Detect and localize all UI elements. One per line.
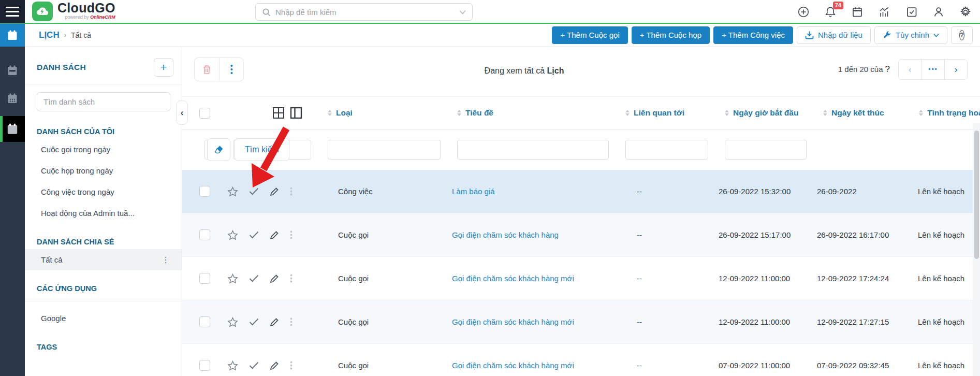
- cell-related: --: [616, 361, 715, 370]
- row-checkbox[interactable]: [199, 229, 210, 240]
- table-row[interactable]: Công việc Làm báo giá -- 26-09-2022 15:3…: [182, 170, 980, 213]
- breadcrumb-module[interactable]: LỊCH: [39, 30, 60, 40]
- customize-button[interactable]: Tùy chỉnh: [874, 26, 947, 44]
- chevron-down-icon: [933, 33, 939, 37]
- notifications-bell-icon[interactable]: 74: [824, 6, 837, 18]
- column-header-6[interactable]: Tình trạng hoà: [910, 108, 980, 118]
- table-row[interactable]: Cuộc gọi Gọi điện chăm sóc khách hàng --…: [182, 213, 980, 257]
- complete-check-icon[interactable]: [249, 361, 259, 369]
- cell-title-link[interactable]: Gọi điện chăm sóc khách hàng mới: [448, 361, 616, 370]
- page-more-button[interactable]: •••: [922, 60, 944, 79]
- row-checkbox[interactable]: [199, 316, 210, 327]
- select-all-checkbox[interactable]: [199, 108, 210, 119]
- quick-create-icon[interactable]: [797, 6, 810, 18]
- cell-status: Lên kế hoạch: [910, 274, 980, 283]
- clear-filters-button[interactable]: [207, 138, 230, 161]
- prev-page-button[interactable]: ‹: [899, 60, 922, 79]
- edit-pencil-icon[interactable]: [270, 361, 279, 370]
- edit-pencil-icon[interactable]: [270, 187, 279, 196]
- column-view-icon[interactable]: [289, 106, 303, 120]
- complete-check-icon[interactable]: [249, 231, 259, 239]
- powered-brand: OnlineCRM: [90, 15, 115, 20]
- complete-check-icon[interactable]: [249, 187, 259, 195]
- cell-title-link[interactable]: Làm báo giá: [448, 187, 616, 196]
- pagination-total: ?: [885, 64, 890, 74]
- sidebar-item[interactable]: Hoạt động của Admin tuầ...: [25, 203, 182, 224]
- sidebar-item[interactable]: Cuộc họp trong ngày: [25, 160, 182, 181]
- cell-status: Lên kế hoạch: [910, 317, 980, 326]
- add-task-button[interactable]: + Thêm Công việc: [713, 26, 793, 44]
- sidebar-item[interactable]: Công việc trong ngày: [25, 181, 182, 203]
- cell-type: Cuộc gọi: [318, 317, 448, 326]
- search-filter-button[interactable]: Tìm kiếm: [235, 138, 289, 161]
- column-header-3[interactable]: Liên quan tới: [616, 108, 715, 118]
- list-kebab-icon[interactable]: ⋮: [162, 257, 170, 263]
- column-header-4[interactable]: Ngày giờ bắt đầu: [715, 108, 814, 118]
- scrollbar-thumb[interactable]: [974, 131, 979, 259]
- filter-input-6[interactable]: [725, 140, 807, 160]
- rail-activity-list-icon[interactable]: [0, 116, 25, 142]
- grid-view-icon[interactable]: [272, 106, 285, 120]
- complete-check-icon[interactable]: [249, 274, 259, 282]
- sidebar-item[interactable]: Tất cả⋮: [25, 249, 182, 270]
- topbar-icon-row: 74: [797, 0, 972, 24]
- add-call-button[interactable]: + Thêm Cuộc gọi: [552, 26, 627, 44]
- user-icon[interactable]: [932, 6, 945, 18]
- sidebar-section-heading: CÁC ỨNG DỤNG: [25, 270, 182, 296]
- sort-icon: [823, 110, 827, 116]
- next-page-button[interactable]: ›: [944, 60, 967, 79]
- filter-input-4[interactable]: [457, 140, 609, 160]
- star-icon[interactable]: [227, 186, 238, 197]
- column-header-1[interactable]: Loại: [318, 108, 448, 118]
- table-row[interactable]: Cuộc gọi Gọi điện chăm sóc khách hàng mớ…: [182, 344, 980, 376]
- column-header-5[interactable]: Ngày kết thúc: [814, 108, 910, 118]
- hamburger-menu-icon[interactable]: [0, 0, 25, 23]
- row-kebab-icon[interactable]: [290, 361, 292, 370]
- filter-input-5[interactable]: [625, 140, 708, 160]
- sidebar-item[interactable]: Google: [25, 308, 182, 329]
- cell-title-link[interactable]: Gọi điện chăm sóc khách hàng: [448, 230, 616, 239]
- cell-title-link[interactable]: Gọi điện chăm sóc khách hàng mới: [448, 317, 616, 326]
- add-list-button[interactable]: +: [154, 58, 173, 77]
- table-row[interactable]: Cuộc gọi Gọi điện chăm sóc khách hàng mớ…: [182, 257, 980, 300]
- edit-pencil-icon[interactable]: [270, 230, 279, 240]
- global-search-input[interactable]: [275, 8, 455, 17]
- add-meeting-button[interactable]: + Thêm Cuộc họp: [632, 26, 710, 44]
- row-kebab-icon[interactable]: [290, 230, 292, 239]
- edit-pencil-icon[interactable]: [270, 317, 279, 327]
- cell-status: Lên kế hoạch: [910, 361, 980, 370]
- rail-calendar-app-icon[interactable]: [0, 24, 25, 47]
- calendar-icon[interactable]: [851, 6, 864, 18]
- row-kebab-icon[interactable]: [290, 187, 292, 196]
- tasks-check-square-icon[interactable]: [905, 6, 918, 18]
- settings-gear-icon[interactable]: [959, 6, 972, 18]
- sidebar-section-heading: TAGS: [25, 329, 182, 354]
- find-list-input[interactable]: [37, 92, 170, 111]
- chevron-down-icon[interactable]: [459, 10, 466, 15]
- row-checkbox[interactable]: [199, 273, 210, 284]
- row-kebab-icon[interactable]: [290, 274, 292, 283]
- star-icon[interactable]: [227, 317, 238, 327]
- help-button[interactable]: ?: [951, 26, 973, 44]
- rail-month-view-icon[interactable]: [0, 87, 25, 110]
- breadcrumb-separator: ›: [64, 31, 66, 39]
- row-checkbox[interactable]: [199, 186, 210, 197]
- import-data-button[interactable]: Nhập dữ liệu: [797, 26, 871, 44]
- sidebar-collapse-button[interactable]: ‹: [176, 100, 188, 125]
- row-kebab-icon[interactable]: [290, 317, 292, 326]
- star-icon[interactable]: [227, 273, 238, 284]
- vertical-scrollbar[interactable]: [973, 123, 980, 376]
- global-search[interactable]: [255, 3, 473, 21]
- filter-input-3[interactable]: [328, 140, 441, 160]
- rail-planner-icon[interactable]: [0, 59, 25, 82]
- row-checkbox[interactable]: [199, 360, 210, 371]
- sidebar-item[interactable]: Cuộc gọi trong ngày: [25, 139, 182, 160]
- reports-chart-icon[interactable]: [878, 6, 891, 18]
- column-header-2[interactable]: Tiêu đề: [448, 108, 616, 118]
- cell-title-link[interactable]: Gọi điện chăm sóc khách hàng mới: [448, 274, 616, 283]
- star-icon[interactable]: [227, 230, 238, 240]
- complete-check-icon[interactable]: [249, 318, 259, 326]
- edit-pencil-icon[interactable]: [270, 274, 279, 283]
- table-row[interactable]: Cuộc gọi Gọi điện chăm sóc khách hàng mớ…: [182, 300, 980, 344]
- star-icon[interactable]: [227, 360, 238, 371]
